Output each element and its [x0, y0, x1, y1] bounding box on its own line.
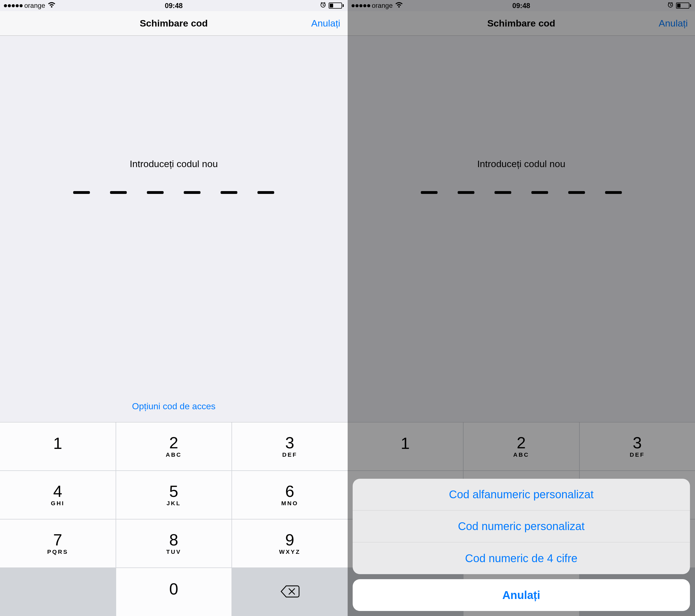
- passcode-content: Introduceți codul nou Opțiuni cod de acc…: [0, 36, 348, 422]
- numeric-keypad: 1 2ABC 3DEF 4GHI 5JKL 6MNO 7PQRS 8TUV 9W…: [0, 422, 348, 616]
- key-1[interactable]: 1: [0, 422, 116, 470]
- status-right: [320, 1, 344, 10]
- screen-passcode-options-sheet: orange 09:48 Schimbare cod Anulați Intro…: [348, 0, 695, 616]
- alarm-icon: [320, 1, 326, 10]
- key-blank: [0, 568, 116, 616]
- passcode-dash: [257, 191, 274, 194]
- status-bar: orange 09:48: [0, 0, 348, 11]
- option-custom-numeric[interactable]: Cod numeric personalizat: [353, 511, 690, 542]
- screen-passcode-entry: orange 09:48 Schimbare cod Anulați Intro…: [0, 0, 348, 616]
- nav-bar: Schimbare cod Anulați: [0, 11, 348, 36]
- passcode-dash: [110, 191, 127, 194]
- cancel-button[interactable]: Anulați: [311, 18, 340, 29]
- key-9[interactable]: 9WXYZ: [232, 520, 348, 567]
- option-4digit-numeric[interactable]: Cod numeric de 4 cifre: [353, 542, 690, 574]
- key-8[interactable]: 8TUV: [116, 520, 232, 567]
- passcode-field: [73, 191, 274, 194]
- key-7[interactable]: 7PQRS: [0, 520, 116, 567]
- passcode-options-action-sheet: Cod alfanumeric personalizat Cod numeric…: [353, 479, 690, 611]
- action-sheet-cancel-button[interactable]: Anulați: [353, 579, 690, 611]
- option-custom-alphanumeric[interactable]: Cod alfanumeric personalizat: [353, 479, 690, 511]
- key-0[interactable]: 0: [116, 568, 232, 616]
- passcode-dash: [147, 191, 164, 194]
- action-sheet-options: Cod alfanumeric personalizat Cod numeric…: [353, 479, 690, 574]
- signal-dots-icon: [4, 4, 23, 7]
- key-4[interactable]: 4GHI: [0, 471, 116, 519]
- passcode-dash: [73, 191, 90, 194]
- status-left: orange: [4, 2, 56, 10]
- key-backspace[interactable]: [232, 568, 348, 616]
- backspace-icon: [280, 585, 300, 599]
- key-5[interactable]: 5JKL: [116, 471, 232, 519]
- passcode-dash: [184, 191, 201, 194]
- wifi-icon: [48, 2, 56, 10]
- passcode-options-link[interactable]: Opțiuni cod de acces: [132, 401, 216, 411]
- key-3[interactable]: 3DEF: [232, 422, 348, 470]
- carrier-label: orange: [24, 2, 45, 10]
- prompt-label: Introduceți codul nou: [130, 158, 218, 169]
- page-title: Schimbare cod: [140, 18, 208, 29]
- key-6[interactable]: 6MNO: [232, 471, 348, 519]
- battery-icon: [329, 2, 344, 8]
- key-2[interactable]: 2ABC: [116, 422, 232, 470]
- passcode-dash: [221, 191, 237, 194]
- status-time: 09:48: [165, 2, 183, 10]
